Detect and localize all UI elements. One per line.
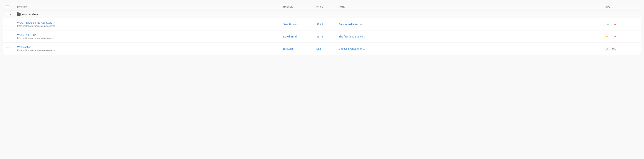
tag-df: DF [604,23,610,26]
note-cell: Choosing whether or ... [339,47,604,50]
row-checkbox-cell [6,23,17,26]
manager-name[interactable]: Sam Brown [283,23,296,26]
table-row: WOG action https://birthday.example.com/… [3,43,641,55]
backlink-url: https://birthday.example.com/acoustics [17,37,283,39]
backlink-title[interactable]: WOG - YouTube [17,33,283,36]
backlinks-table: BACKINK MANAGER PRICE NOTE TYPE ▾ Your b… [3,3,641,55]
note-text[interactable]: Choosing whether or ... [339,47,366,50]
note-text[interactable]: An informal letter can... [339,23,365,26]
row-checkbox-cell [6,47,17,50]
group-row: ▾ Your backlinks [3,11,641,18]
table-row: WOG PRIDE on the App Store https://birth… [3,18,641,30]
rows-container: WOG PRIDE on the App Store https://birth… [3,18,641,55]
select-all-checkbox[interactable] [6,5,9,8]
col-type: TYPE [604,5,638,8]
col-backink: BACKINK [17,5,283,8]
price-cell: $23.3 [316,23,339,26]
row-checkbox[interactable] [6,47,9,50]
manager-cell: David Small [283,35,316,38]
group-checkbox[interactable] [6,13,9,16]
table-row: WOG - YouTube https://birthday.example.c… [3,30,641,43]
price-cell: $17.5 [316,35,339,38]
price-cell: $5.5 [316,47,339,50]
backlink-cell: WOG PRIDE on the App Store https://birth… [17,21,283,27]
row-checkbox[interactable] [6,23,9,26]
manager-name[interactable]: David Small [283,35,297,38]
header-checkbox-cell [6,5,17,8]
price-value[interactable]: $23.3 [316,23,323,26]
type-cell: DFIMG [604,47,638,50]
backlink-cell: WOG action https://birthday.example.com/… [17,46,283,52]
backlink-title[interactable]: WOG PRIDE on the App Store [17,21,283,24]
tag-df: DF [604,47,610,50]
tag-img: IMG [611,47,618,50]
group-label-text: Your backlinks [22,13,38,16]
type-cell: DFTXT [604,23,638,26]
table-header: BACKINK MANAGER PRICE NOTE TYPE [3,3,641,11]
note-cell: The first thing that yo... [339,35,604,38]
backlink-title[interactable]: WOG action [17,46,283,49]
backlink-url: https://birthday.example.com/acoustics [17,49,283,52]
tag-nf: NF [604,35,610,38]
manager-cell: Bill Louis [283,47,316,50]
col-price: PRICE [316,5,339,8]
price-value[interactable]: $5.5 [316,47,322,50]
tag-txt: TXT [611,35,618,38]
col-note: NOTE [339,5,604,8]
note-text[interactable]: The first thing that yo... [339,35,365,38]
row-checkbox[interactable] [6,35,9,38]
col-manager: MANAGER [283,5,316,8]
row-checkbox-cell [6,35,17,38]
backlink-url: https://birthday.example.com/acoustics [17,25,283,27]
manager-cell: Sam Brown [283,23,316,26]
tag-txt: TXT [611,23,618,26]
note-cell: An informal letter can... [339,23,604,26]
group-checkbox-area: ▾ [6,13,17,16]
type-cell: NFTXT [604,35,638,38]
group-label: Your backlinks [17,13,283,16]
backlink-cell: WOG - YouTube https://birthday.example.c… [17,33,283,39]
price-value[interactable]: $17.5 [316,35,323,38]
chevron-down-icon[interactable]: ▾ [10,13,11,16]
folder-icon [17,13,20,16]
manager-name[interactable]: Bill Louis [283,47,294,50]
